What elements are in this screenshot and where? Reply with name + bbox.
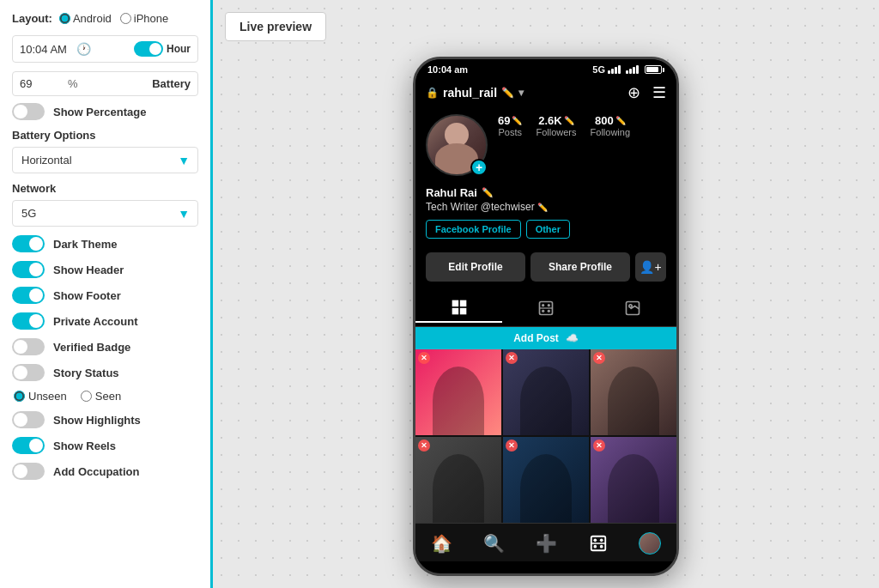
unseen-label: Unseen <box>28 390 67 403</box>
grid-post-1[interactable]: ✕ <box>415 349 501 435</box>
unseen-radio[interactable] <box>14 391 25 402</box>
battery-indicator <box>645 65 664 74</box>
live-preview-button[interactable]: Live preview <box>225 12 326 41</box>
username-text: rahul_rail <box>443 86 497 100</box>
followers-stat: 2.6K ✏️ Followers <box>536 114 576 137</box>
grid-post-2[interactable]: ✕ <box>503 349 589 435</box>
signal-bars <box>608 65 621 74</box>
bio-edit-icon: ✏️ <box>537 203 548 212</box>
iphone-label: iPhone <box>134 12 168 25</box>
show-header-toggle[interactable] <box>12 261 45 278</box>
battery-input[interactable] <box>20 77 63 90</box>
share-profile-btn[interactable]: Share Profile <box>530 252 630 282</box>
story-status-row: Story Status <box>12 364 198 381</box>
edit-profile-btn[interactable]: Edit Profile <box>426 252 525 282</box>
iphone-radio[interactable] <box>120 13 131 24</box>
phone-profile-header: 🔒 rahul_rail ✏️ ▾ ⊕ ☰ <box>415 78 676 107</box>
status-time: 10:04 am <box>427 64 468 75</box>
hour-toggle-row: Hour <box>134 41 191 57</box>
network-select-wrapper: 5G 4G 3G LTE WiFi ▼ <box>12 200 198 227</box>
show-footer-label: Show Footer <box>53 289 121 302</box>
show-reels-toggle[interactable] <box>12 437 45 454</box>
network-label: Network <box>12 182 198 195</box>
reels-nav-icon[interactable] <box>589 532 608 555</box>
show-highlights-toggle[interactable] <box>12 411 45 428</box>
wifi-bar-1 <box>626 70 628 74</box>
show-footer-row: Show Footer <box>12 287 198 304</box>
username-row: 🔒 rahul_rail ✏️ ▾ <box>426 86 524 100</box>
post-x-2[interactable]: ✕ <box>506 352 518 364</box>
profile-nav-avatar[interactable] <box>639 532 661 555</box>
private-account-toggle[interactable] <box>12 312 45 330</box>
post-x-6[interactable]: ✕ <box>593 439 605 452</box>
layout-radio-group: Android iPhone <box>59 12 168 25</box>
search-nav-icon[interactable]: 🔍 <box>483 532 505 555</box>
reels-tab[interactable] <box>502 294 589 323</box>
svg-point-10 <box>629 305 632 307</box>
phone-container: 10:04 am 5G <box>225 57 867 576</box>
post-x-1[interactable]: ✕ <box>418 352 430 364</box>
post-x-3[interactable]: ✕ <box>593 352 605 364</box>
lock-icon: 🔒 <box>426 87 439 99</box>
battery-options-select[interactable]: Horizontal Vertical Hidden <box>12 147 198 173</box>
hour-toggle[interactable] <box>134 41 163 57</box>
svg-point-14 <box>593 545 597 549</box>
grid-post-3[interactable]: ✕ <box>591 349 676 435</box>
wifi-bar-3 <box>633 67 635 74</box>
battery-pct-symbol: % <box>68 77 78 90</box>
story-status-toggle[interactable] <box>12 364 45 381</box>
show-percentage-toggle[interactable] <box>12 103 45 120</box>
verified-badge-toggle[interactable] <box>12 338 45 355</box>
followers-edit: ✏️ <box>564 116 574 125</box>
action-buttons: Edit Profile Share Profile 👤+ <box>415 252 676 290</box>
avatar-plus-button[interactable]: + <box>470 159 488 176</box>
android-radio[interactable] <box>59 13 70 24</box>
svg-point-13 <box>599 539 603 543</box>
add-occupation-toggle[interactable] <box>12 463 45 480</box>
svg-rect-3 <box>459 308 466 315</box>
svg-rect-1 <box>459 300 466 307</box>
seen-radio[interactable] <box>81 391 92 402</box>
grid-post-4[interactable]: ✕ <box>415 437 501 523</box>
svg-point-15 <box>599 545 603 549</box>
hour-label: Hour <box>167 43 191 55</box>
network-select[interactable]: 5G 4G 3G LTE WiFi <box>12 200 198 227</box>
phone-tab-bar <box>415 290 676 327</box>
posts-label: Posts <box>498 127 522 137</box>
signal-bar-1 <box>608 70 610 74</box>
show-percentage-label: Show Percentage <box>53 106 146 118</box>
following-stat: 800 ✏️ Following <box>591 114 630 137</box>
network-indicator: 5G <box>592 64 605 75</box>
following-edit: ✏️ <box>615 116 626 125</box>
show-percentage-row: Show Percentage <box>12 103 198 120</box>
svg-point-12 <box>593 539 597 543</box>
add-person-btn[interactable]: 👤+ <box>635 252 666 282</box>
tagged-tab[interactable] <box>590 294 676 323</box>
dark-theme-label: Dark Theme <box>53 238 117 251</box>
grid-tab[interactable] <box>415 294 502 323</box>
grid-post-6[interactable]: ✕ <box>591 437 676 523</box>
bio-name-edit: ✏️ <box>482 187 494 198</box>
add-post-bar: Add Post ☁️ <box>415 327 676 349</box>
show-footer-toggle[interactable] <box>12 287 45 304</box>
grid-post-5[interactable]: ✕ <box>503 437 589 523</box>
unseen-option[interactable]: Unseen <box>14 390 67 403</box>
home-nav-icon[interactable]: 🏠 <box>431 532 452 555</box>
signal-bar-2 <box>611 69 614 74</box>
show-highlights-row: Show Highlights <box>12 411 198 428</box>
seen-option[interactable]: Seen <box>81 390 121 403</box>
post-x-5[interactable]: ✕ <box>506 439 518 452</box>
svg-point-6 <box>548 304 550 306</box>
add-occupation-row: Add Occupation <box>12 463 198 480</box>
signal-bar-3 <box>615 67 617 74</box>
wifi-bars <box>626 65 639 74</box>
add-nav-icon[interactable]: ➕ <box>536 532 557 555</box>
time-input[interactable] <box>20 43 71 56</box>
post-x-4[interactable]: ✕ <box>418 439 430 452</box>
android-option[interactable]: Android <box>59 12 112 25</box>
facebook-link-btn[interactable]: Facebook Profile <box>426 220 521 239</box>
iphone-option[interactable]: iPhone <box>120 12 168 25</box>
dark-theme-toggle[interactable] <box>12 235 45 252</box>
other-link-btn[interactable]: Other <box>526 220 570 239</box>
svg-point-7 <box>542 310 544 312</box>
